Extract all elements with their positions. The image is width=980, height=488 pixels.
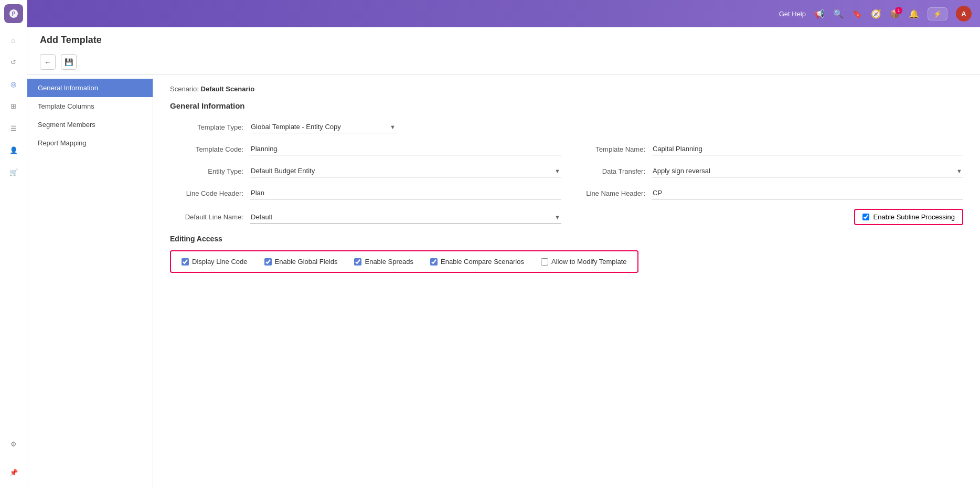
display-line-code-checkbox[interactable]: [182, 258, 189, 266]
activity-icon: ⚡: [933, 10, 942, 18]
enable-spreads-label: Enable Spreads: [365, 258, 413, 266]
scenario-label: Scenario: Default Scenario: [170, 85, 963, 93]
activity-button[interactable]: ⚡: [928, 7, 947, 20]
back-button[interactable]: ←: [40, 54, 56, 70]
nav-item-report-mapping[interactable]: Report Mapping: [27, 134, 153, 152]
enable-subline-row: Enable Subline Processing: [572, 209, 963, 225]
bell-icon[interactable]: 🔔: [909, 9, 919, 19]
cube-icon[interactable]: 📦 1: [890, 9, 900, 19]
enable-compare-scenarios-checkbox[interactable]: [430, 258, 438, 266]
megaphone-icon[interactable]: 📢: [814, 9, 825, 19]
recent-icon[interactable]: ↺: [4, 52, 23, 71]
bookmark-icon[interactable]: 🔖: [852, 9, 862, 19]
template-name-input[interactable]: [652, 143, 963, 155]
scenario-value: Default Scenario: [201, 85, 255, 93]
save-button[interactable]: 💾: [61, 54, 77, 70]
enable-compare-scenarios-item: Enable Compare Scenarios: [430, 258, 524, 266]
line-code-header-row: Line Code Header:: [170, 187, 561, 199]
enable-subline-checkbox[interactable]: [862, 214, 869, 220]
template-code-row: Template Code:: [170, 143, 561, 155]
compass-icon[interactable]: 🧭: [871, 9, 881, 19]
line-code-header-label: Line Code Header:: [170, 189, 243, 197]
entity-type-row: Entity Type: Default Budget Entity ▼: [170, 165, 561, 177]
data-transfer-select[interactable]: Apply sign reversal: [652, 165, 963, 177]
main-wrapper: Get Help 📢 🔍 🔖 🧭 📦 1 🔔 ⚡ A Add Template …: [27, 0, 980, 488]
enable-global-fields-item: Enable Global Fields: [264, 258, 338, 266]
icon-sidebar: P ⌂ ↺ ◎ ⊞ ☰ 👤 🛒 ⚙ 📌: [0, 0, 27, 488]
general-information-title: General Information: [170, 101, 963, 110]
template-name-row: Template Name:: [572, 143, 963, 155]
default-line-name-select[interactable]: Default: [250, 211, 561, 224]
enable-subline-label: Enable Subline Processing: [874, 213, 955, 221]
content-area: Add Template ← 💾 General Information Tem…: [27, 27, 980, 488]
target-icon[interactable]: ◎: [4, 75, 23, 93]
line-name-header-row: Line Name Header:: [572, 187, 963, 199]
default-line-name-row: Default Line Name: Default ▼: [170, 209, 561, 225]
enable-compare-scenarios-label: Enable Compare Scenarios: [441, 258, 524, 266]
editing-access-title: Editing Access: [170, 235, 963, 243]
template-type-label: Template Type:: [170, 123, 243, 131]
person-icon[interactable]: 👤: [4, 141, 23, 160]
enable-spreads-item: Enable Spreads: [354, 258, 413, 266]
nav-sidebar: General Information Template Columns Seg…: [27, 75, 153, 488]
enable-spreads-checkbox[interactable]: [354, 258, 361, 266]
allow-modify-template-item: Allow to Modify Template: [541, 258, 627, 266]
avatar[interactable]: A: [956, 6, 972, 22]
home-icon[interactable]: ⌂: [4, 30, 23, 49]
page-toolbar: ← 💾: [40, 50, 967, 74]
entity-type-label: Entity Type:: [170, 167, 243, 175]
get-help-link[interactable]: Get Help: [779, 10, 806, 18]
search-icon[interactable]: 🔍: [833, 9, 844, 19]
report-icon[interactable]: ☰: [4, 119, 23, 137]
grid-icon[interactable]: ⊞: [4, 97, 23, 115]
line-name-header-input[interactable]: [652, 187, 963, 199]
enable-subline-box: Enable Subline Processing: [854, 209, 963, 225]
pin-icon[interactable]: 📌: [4, 463, 23, 482]
template-type-select[interactable]: Global Template - Entity Copy: [250, 121, 397, 133]
form-area: Scenario: Default Scenario General Infor…: [153, 75, 980, 488]
allow-modify-template-label: Allow to Modify Template: [551, 258, 627, 266]
top-nav: Get Help 📢 🔍 🔖 🧭 📦 1 🔔 ⚡ A: [27, 0, 980, 27]
editing-access-box: Display Line Code Enable Global Fields E…: [170, 250, 638, 273]
bag-icon[interactable]: 🛒: [4, 163, 23, 182]
enable-global-fields-label: Enable Global Fields: [275, 258, 338, 266]
data-transfer-row: Data Transfer: Apply sign reversal ▼: [572, 165, 963, 177]
entity-type-select[interactable]: Default Budget Entity: [250, 165, 561, 177]
enable-global-fields-checkbox[interactable]: [264, 258, 272, 266]
settings-icon[interactable]: ⚙: [4, 434, 23, 453]
template-code-label: Template Code:: [170, 145, 243, 153]
cube-badge: 1: [895, 7, 902, 14]
display-line-code-item: Display Line Code: [182, 258, 248, 266]
page-title: Add Template: [40, 35, 967, 46]
default-line-name-label: Default Line Name:: [170, 213, 243, 221]
page-header: Add Template ← 💾: [27, 27, 980, 75]
nav-item-general-information[interactable]: General Information: [27, 79, 153, 97]
app-logo: P: [4, 4, 23, 23]
line-code-header-input[interactable]: [250, 187, 561, 199]
nav-item-segment-members[interactable]: Segment Members: [27, 115, 153, 134]
display-line-code-label: Display Line Code: [192, 258, 248, 266]
data-transfer-label: Data Transfer:: [572, 167, 645, 175]
template-name-label: Template Name:: [572, 145, 645, 153]
template-code-input[interactable]: [250, 143, 561, 155]
nav-item-template-columns[interactable]: Template Columns: [27, 97, 153, 115]
line-name-header-label: Line Name Header:: [572, 189, 645, 197]
allow-modify-template-checkbox[interactable]: [541, 258, 548, 266]
body-area: General Information Template Columns Seg…: [27, 75, 980, 488]
svg-text:P: P: [12, 11, 15, 17]
